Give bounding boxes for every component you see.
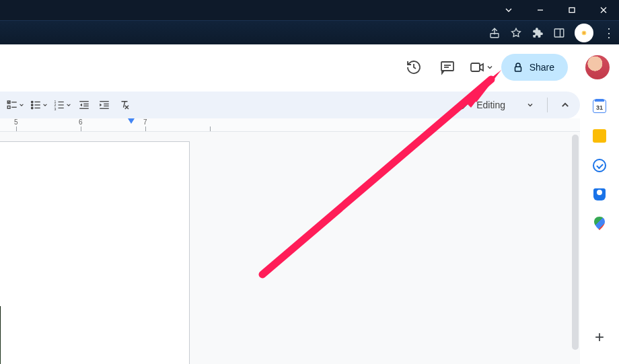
side-panel-add-button[interactable]: + [595,329,604,345]
bulleted-list-button[interactable] [28,96,50,114]
window-titlebar [0,0,619,20]
body-text[interactable]: imus auctor sem, et tincidunt [0,263,141,277]
account-avatar[interactable] [585,55,610,79]
editing-mode-button[interactable]: Editing [453,99,539,111]
vertical-scrollbar[interactable] [572,135,579,361]
ruler-number: 5 [14,118,18,126]
svg-text:3: 3 [54,107,57,111]
side-panel-tasks[interactable] [593,159,606,172]
svg-rect-12 [515,67,521,71]
window-maximize-button[interactable] [556,0,587,20]
chevron-down-icon [19,102,24,108]
svg-rect-3 [554,29,564,37]
svg-rect-1 [569,8,575,13]
ruler-number: 7 [143,118,147,126]
body-text[interactable]: s at justo gravida, aliquet eros [0,207,141,221]
extensions-icon[interactable] [532,27,544,39]
chevron-up-icon [560,100,570,110]
toolbar-divider [547,98,548,112]
svg-point-18 [32,104,33,106]
browser-side-panel-icon[interactable] [553,27,565,39]
window-minimize-button[interactable] [524,0,556,20]
body-text[interactable]: endum blandit, felis mi [0,249,141,263]
window-close-button[interactable] [587,0,619,20]
body-text[interactable]: dunt. Fusce elementum, ligula [0,221,141,235]
comments-button[interactable] [434,54,461,81]
inserted-image[interactable] [0,306,1,364]
indent-increase-button[interactable] [95,96,114,114]
checklist-button[interactable] [4,96,26,114]
browser-menu-icon[interactable]: ⋮ [603,27,615,39]
meet-button[interactable] [468,54,495,81]
document-canvas[interactable]: s at justo gravida, aliquet eros dunt. F… [0,132,580,364]
svg-point-7 [583,32,585,34]
chevron-down-icon [66,102,71,108]
side-panel-contacts[interactable] [593,188,606,201]
chevron-down-icon [42,102,48,108]
svg-rect-15 [7,106,10,109]
version-history-button[interactable] [400,54,427,81]
body-text[interactable]: u diam lacinia nisi, in viverra tellus [0,277,141,291]
share-page-icon[interactable] [488,27,501,39]
editing-mode-label: Editing [476,100,505,110]
clear-formatting-button[interactable] [115,96,134,114]
browser-profile-avatar[interactable] [575,24,593,42]
window-dropdown-button[interactable] [493,0,524,20]
svg-point-17 [32,101,33,102]
svg-rect-11 [471,63,480,71]
share-button[interactable]: Share [501,54,568,81]
share-button-label: Share [530,62,554,73]
ruler-right-margin-marker[interactable] [128,118,135,126]
chevron-down-icon [527,102,534,108]
side-panel: 31 + [580,92,619,364]
lock-icon [512,61,524,73]
side-panel-keep[interactable] [593,129,606,143]
collapse-toolbar-button[interactable] [556,96,575,114]
side-panel-calendar[interactable]: 31 [593,100,606,113]
formatting-toolbar: 123 Editing [0,92,580,118]
bookmark-star-icon[interactable] [510,27,522,39]
document-page[interactable]: s at justo gravida, aliquet eros dunt. F… [0,141,190,364]
body-text[interactable]: an lacus neque eget nunc. Integer [0,235,141,249]
pencil-icon [459,99,471,111]
indent-decrease-button[interactable] [75,96,94,114]
numbered-list-button[interactable]: 123 [51,96,73,114]
svg-rect-8 [441,62,453,71]
chevron-down-icon [486,64,493,71]
svg-point-19 [32,107,33,108]
side-panel-maps[interactable] [594,217,605,230]
browser-toolbar: ⋮ [0,20,619,44]
ruler-number: 6 [79,118,83,126]
docs-header: Share [0,44,619,92]
horizontal-ruler[interactable]: 5 6 7 [0,118,580,132]
